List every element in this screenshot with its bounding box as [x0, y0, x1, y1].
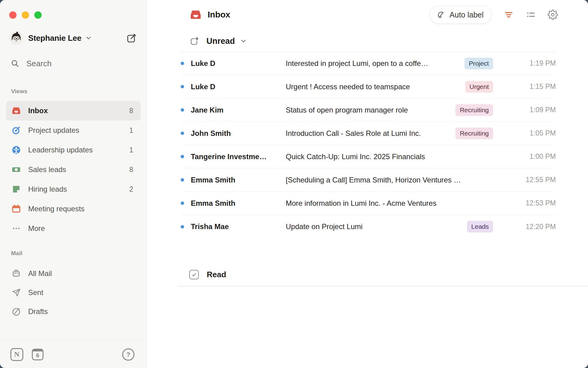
email-row[interactable]: Emma Smith [Scheduling a Call] Emma Smit…	[181, 168, 556, 192]
email-row[interactable]: Jane Kim Status of open program manager …	[181, 98, 556, 122]
email-subject: Introduction Call - Sales Role at Lumi I…	[286, 129, 449, 138]
unread-icon	[190, 36, 199, 46]
label-badge[interactable]: Recruiting	[455, 104, 493, 116]
sidebar-footer: N 6 ?	[0, 340, 147, 368]
email-time: 1:05 PM	[493, 129, 556, 137]
unread-count: 8	[129, 107, 133, 115]
inbox-pane: Inbox Auto label	[147, 0, 588, 368]
minimize-button[interactable]	[22, 11, 29, 19]
zoom-button[interactable]	[34, 11, 42, 19]
sidebar-item-hiring-leads[interactable]: Hiring leads 2	[6, 179, 141, 199]
label-badge[interactable]: Urgent	[465, 81, 493, 93]
sidebar-item-more[interactable]: More	[6, 219, 141, 238]
sidebar-item-leadership-updates[interactable]: Leadership updates 1	[6, 140, 141, 160]
chevron-down-icon	[240, 37, 247, 45]
sidebar-item-inbox[interactable]: Inbox 8	[6, 101, 141, 121]
auto-label-text: Auto label	[450, 10, 484, 19]
page-title: Inbox	[208, 10, 230, 20]
email-time: 1:19 PM	[493, 59, 556, 67]
read-checkbox-icon[interactable]	[189, 270, 199, 279]
email-sender: Emma Smith	[191, 176, 286, 184]
auto-label-button[interactable]: Auto label	[430, 6, 492, 24]
sidebar-item-sent[interactable]: Sent	[6, 283, 141, 302]
sidebar: Stephanie Lee Search Views	[0, 0, 147, 368]
sidebar-item-drafts[interactable]: Drafts	[6, 302, 141, 321]
ellipsis-icon	[12, 224, 21, 233]
mail-heading: Mail	[11, 250, 147, 257]
email-row[interactable]: John Smith Introduction Call - Sales Rol…	[181, 122, 556, 145]
search-button[interactable]: Search	[10, 58, 138, 69]
sidebar-item-all-mail[interactable]: All Mail	[6, 264, 141, 283]
avatar	[9, 31, 23, 45]
read-section-toggle[interactable]: Read	[189, 268, 588, 282]
close-button[interactable]	[9, 11, 17, 19]
calendar-icon	[12, 204, 21, 213]
sidebar-item-meeting-requests[interactable]: Meeting requests	[6, 199, 141, 219]
email-row[interactable]: Tangerine Investme… Quick Catch-Up: Lumi…	[181, 145, 556, 168]
email-subject: Status of open program manager role	[286, 106, 449, 114]
auto-label-wand-icon	[436, 10, 446, 20]
email-sender: Luke D	[191, 82, 286, 91]
gear-icon[interactable]	[548, 10, 558, 20]
email-sender: Jane Kim	[191, 106, 286, 114]
email-subject: Quick Catch-Up: Lumi Inc. 2025 Financial…	[286, 152, 493, 161]
email-time: 1:15 PM	[493, 82, 556, 91]
inbox-icon	[190, 9, 202, 21]
search-label: Search	[26, 59, 51, 68]
email-sender: Trisha Mae	[191, 222, 286, 231]
email-row[interactable]: Luke D Urgent ! Access needed to teamspa…	[181, 75, 556, 98]
account-switcher[interactable]: Stephanie Lee	[9, 31, 137, 45]
email-time: 12:20 PM	[493, 223, 556, 231]
email-subject: Urgent ! Access needed to teamspace	[286, 82, 459, 91]
label-badge[interactable]: Project	[465, 58, 493, 69]
compose-icon[interactable]	[126, 33, 137, 43]
email-row[interactable]: Trisha Mae Update on Project Lumi Leads …	[181, 215, 556, 238]
email-subject: More information in Lumi Inc. - Acme Ven…	[286, 199, 493, 208]
chevron-down-icon	[85, 35, 92, 41]
email-row[interactable]: Emma Smith More information in Lumi Inc.…	[181, 192, 556, 215]
email-time: 12:55 PM	[493, 176, 556, 184]
mail-stack-icon	[12, 269, 21, 278]
unread-dot	[181, 108, 184, 112]
views-nav: Inbox 8 Project updates 1	[6, 101, 141, 238]
email-subject: Update on Project Lumi	[286, 222, 461, 231]
unread-section-toggle[interactable]: Unread	[190, 34, 588, 48]
unread-dot	[181, 178, 184, 182]
pencil-circle-icon	[12, 307, 21, 316]
inbox-header: Inbox Auto label	[147, 0, 588, 29]
note-icon	[12, 185, 21, 194]
calendar-app-icon[interactable]: 6	[32, 349, 43, 360]
email-list: Luke D Interested in project Lumi, open …	[181, 52, 556, 238]
banknote-icon	[12, 165, 21, 174]
email-time: 1:09 PM	[493, 106, 556, 114]
email-sender: Tangerine Investme…	[191, 152, 286, 161]
window-controls	[0, 0, 147, 19]
paper-plane-icon	[12, 288, 21, 297]
email-sender: Luke D	[191, 59, 286, 68]
unread-dot	[181, 85, 184, 88]
email-time: 1:00 PM	[493, 152, 556, 161]
list-view-icon[interactable]	[526, 10, 536, 20]
target-icon	[12, 126, 21, 135]
sidebar-item-project-updates[interactable]: Project updates 1	[6, 121, 141, 140]
unread-dot	[181, 201, 184, 205]
unread-section-label: Unread	[206, 36, 235, 46]
notion-app-icon[interactable]: N	[10, 348, 23, 361]
sidebar-item-sales-leads[interactable]: Sales leads 8	[6, 160, 141, 179]
filter-icon[interactable]	[503, 10, 514, 20]
mail-nav: All Mail Sent	[6, 264, 141, 321]
label-badge[interactable]: Recruiting	[455, 128, 493, 139]
header-actions: Auto label	[430, 6, 558, 24]
email-time: 12:53 PM	[493, 199, 556, 207]
label-badge[interactable]: Leads	[467, 221, 493, 232]
read-section-label: Read	[207, 270, 226, 279]
email-sender: John Smith	[191, 129, 286, 138]
help-icon[interactable]: ?	[122, 348, 134, 361]
search-icon	[10, 59, 20, 68]
inbox-tray-icon	[12, 106, 21, 115]
profile-name: Stephanie Lee	[28, 33, 81, 43]
divider	[178, 286, 588, 286]
email-row[interactable]: Luke D Interested in project Lumi, open …	[181, 52, 556, 75]
email-sender: Emma Smith	[191, 199, 286, 208]
person-circle-icon	[12, 145, 21, 155]
